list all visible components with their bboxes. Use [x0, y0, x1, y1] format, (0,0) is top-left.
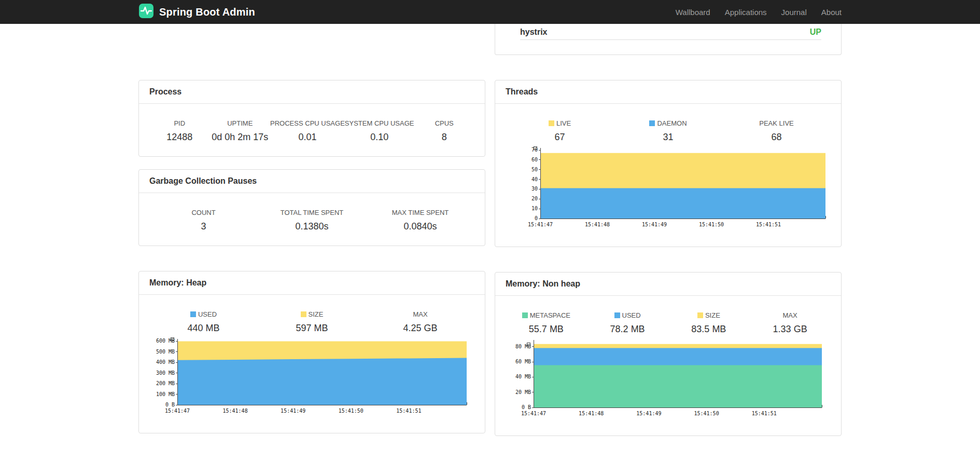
legend-item-peak-live: PEAK LIVE 68 [722, 119, 831, 143]
memory-nonheap-card-title: Memory: Non heap [506, 279, 580, 288]
legend-item-used: USED 78.2 MB [587, 311, 668, 335]
application-row-hystrix[interactable]: hystrix UP [520, 24, 821, 40]
process-card-header: Process [139, 80, 485, 104]
legend-item-size: SIZE 597 MB [258, 310, 366, 334]
nav-link-journal[interactable]: Journal [774, 8, 814, 17]
legend-value: 55.7 MB [506, 324, 587, 335]
legend-label: METASPACE [506, 311, 587, 319]
metric-value: 0d 0h 2m 17s [210, 132, 271, 143]
gc-card-body: COUNT 3 TOTAL TIME SPENT 0.1380s MAX TIM… [139, 193, 485, 246]
svg-text:15:41:48: 15:41:48 [585, 222, 610, 227]
metric-process-cpu-usage: PROCESS CPU USAGE 0.01 [270, 119, 345, 143]
legend-item-used: USED 440 MB [149, 310, 258, 334]
legend-item-max: MAX 4.25 GB [366, 310, 474, 334]
gc-metrics: COUNT 3 TOTAL TIME SPENT 0.1380s MAX TIM… [149, 209, 474, 232]
legend-label: USED [149, 310, 258, 318]
svg-text:15:41:51: 15:41:51 [756, 222, 781, 227]
legend-value: 67 [506, 132, 614, 143]
process-metrics: PID 12488 UPTIME 0d 0h 2m 17s PROCESS CP… [149, 119, 474, 143]
memory-nonheap-card-body: METASPACE 55.7 MB USED 78.2 MB SIZE 83.5… [495, 296, 841, 435]
svg-text:100 MB: 100 MB [156, 391, 175, 397]
applications-card-partial: hystrix UP [495, 24, 842, 55]
metric-max-time-spent: MAX TIME SPENT 0.0840s [366, 209, 474, 232]
legend-item-metaspace: METASPACE 55.7 MB [506, 311, 587, 335]
legend-label: SIZE [668, 311, 750, 319]
svg-text:60: 60 [531, 157, 538, 162]
nonheap-area-chart: 0 B20 MB40 MB60 MB80 MB15:41:4715:41:481… [506, 336, 831, 422]
left-column-spacer [138, 24, 485, 80]
gc-card-title: Garbage Collection Pauses [149, 176, 257, 185]
svg-text:10: 10 [531, 206, 538, 211]
svg-text:15:41:50: 15:41:50 [694, 411, 719, 416]
metric-pid: PID 12488 [149, 119, 210, 143]
svg-text:15:41:51: 15:41:51 [752, 411, 777, 416]
series-swatch-size [697, 312, 703, 318]
spring-boot-admin-logo-icon [138, 3, 154, 21]
left-column: Process PID 12488 UPTIME 0d 0h 2m 17s PR… [138, 24, 485, 436]
legend-label: USED [587, 311, 668, 319]
metric-label: TOTAL TIME SPENT [258, 209, 366, 216]
svg-text:15:41:47: 15:41:47 [528, 222, 553, 227]
metric-cpus: CPUS 8 [414, 119, 474, 143]
nonheap-legend: METASPACE 55.7 MB USED 78.2 MB SIZE 83.5… [506, 311, 831, 335]
threads-card-header: Threads [495, 80, 841, 104]
svg-text:20: 20 [531, 196, 538, 201]
legend-label: LIVE [506, 119, 614, 127]
process-card-body: PID 12488 UPTIME 0d 0h 2m 17s PROCESS CP… [139, 104, 485, 156]
threads-area-chart: 01020304050607015:41:4715:41:4815:41:491… [525, 144, 831, 233]
legend-value: 83.5 MB [668, 324, 750, 335]
application-status-badge[interactable]: UP [810, 28, 821, 37]
legend-label: DAEMON [614, 119, 722, 127]
legend-value: 1.33 GB [749, 324, 831, 335]
brand-link[interactable]: Spring Boot Admin [138, 3, 255, 21]
svg-text:15:41:48: 15:41:48 [223, 408, 248, 414]
threads-card-title: Threads [506, 87, 538, 96]
svg-text:20 MB: 20 MB [515, 389, 531, 395]
series-swatch-used [614, 312, 620, 318]
legend-value: 78.2 MB [587, 324, 668, 335]
legend-value: 440 MB [149, 323, 258, 334]
metric-value: 8 [414, 132, 474, 143]
memory-heap-card-title: Memory: Heap [149, 278, 206, 287]
memory-heap-card-body: USED 440 MB SIZE 597 MB MAX 4.25 GB 0 B1… [139, 295, 485, 433]
metric-total-time-spent: TOTAL TIME SPENT 0.1380s [258, 209, 366, 232]
application-name[interactable]: hystrix [520, 28, 547, 37]
svg-text:0 B: 0 B [522, 404, 531, 410]
series-swatch-size [301, 311, 306, 317]
metric-count: COUNT 3 [149, 209, 258, 232]
navbar-inner: Spring Boot Admin Wallboard Applications… [138, 3, 842, 21]
nav-link-wallboard[interactable]: Wallboard [668, 8, 718, 17]
nav-link-applications[interactable]: Applications [718, 8, 774, 17]
svg-text:40: 40 [531, 176, 538, 182]
series-swatch-daemon [649, 120, 655, 126]
metric-label: COUNT [149, 209, 258, 216]
memory-nonheap-card: Memory: Non heap METASPACE 55.7 MB USED … [495, 272, 842, 436]
legend-item-max: MAX 1.33 GB [749, 311, 831, 335]
metric-uptime: UPTIME 0d 0h 2m 17s [210, 119, 271, 143]
legend-value: 68 [722, 132, 831, 143]
nav-link-about[interactable]: About [814, 8, 842, 17]
svg-text:15:41:49: 15:41:49 [642, 222, 667, 227]
legend-label: PEAK LIVE [722, 119, 831, 127]
series-swatch-live [549, 120, 554, 126]
heap-area-chart: 0 B100 MB200 MB300 MB400 MB500 MB600 MB1… [149, 335, 474, 419]
legend-label: MAX [366, 310, 474, 318]
legend-item-live: LIVE 67 [506, 119, 614, 143]
svg-text:0: 0 [535, 215, 538, 221]
metric-value: 0.10 [345, 132, 414, 143]
svg-text:300 MB: 300 MB [156, 370, 175, 376]
gc-card: Garbage Collection Pauses COUNT 3 TOTAL … [138, 169, 485, 246]
threads-card: Threads LIVE 67 DAEMON 31 PEAK LIVE 68 [495, 80, 842, 247]
threads-legend: LIVE 67 DAEMON 31 PEAK LIVE 68 [506, 119, 831, 143]
process-card: Process PID 12488 UPTIME 0d 0h 2m 17s PR… [138, 80, 485, 157]
process-card-title: Process [149, 87, 181, 96]
svg-text:40 MB: 40 MB [515, 374, 531, 379]
svg-text:15:41:50: 15:41:50 [699, 222, 724, 227]
legend-item-size: SIZE 83.5 MB [668, 311, 750, 335]
series-swatch-metaspace [522, 312, 528, 318]
main-content: Process PID 12488 UPTIME 0d 0h 2m 17s PR… [138, 24, 842, 436]
brand-title: Spring Boot Admin [159, 6, 255, 18]
metric-label: PID [149, 119, 210, 127]
memory-heap-card-header: Memory: Heap [139, 271, 485, 295]
svg-text:15:41:51: 15:41:51 [396, 408, 421, 414]
